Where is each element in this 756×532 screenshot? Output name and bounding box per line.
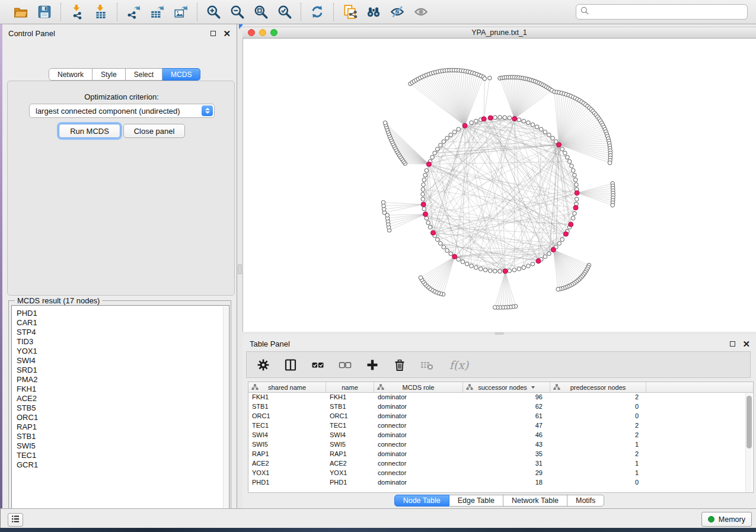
result-node-item[interactable]: SWI4	[17, 356, 229, 366]
mcds-result-list[interactable]: PHD1CAR1STP4TID3YOX1SWI4SRD1PMA2FKH1ACE2…	[11, 305, 229, 519]
table-row[interactable]: ACE2ACE2connector311	[248, 459, 753, 469]
table-row[interactable]: SWI4SWI4dominator462	[248, 431, 753, 440]
new-network-from-selection-icon[interactable]	[341, 3, 359, 21]
tab-edge-table[interactable]: Edge Table	[449, 495, 503, 507]
column-header-predecessor-nodes[interactable]: predecessor nodes	[550, 382, 646, 392]
close-panel-icon[interactable]: ✕	[223, 31, 231, 36]
select-stepper-icon	[202, 105, 213, 116]
vertical-splitter[interactable]	[237, 24, 243, 508]
result-node-item[interactable]: STB5	[17, 403, 229, 413]
cell-successors: 47	[463, 421, 550, 431]
column-selector-icon[interactable]	[283, 358, 298, 372]
sort-descending-icon	[531, 386, 535, 389]
table-row[interactable]: YOX1YOX1connector291	[248, 469, 753, 478]
zoom-fit-icon[interactable]	[252, 3, 270, 21]
cell-predecessors: 1	[550, 440, 646, 450]
result-node-item[interactable]: TEC1	[17, 451, 229, 460]
delete-table-icon[interactable]	[420, 358, 434, 372]
memory-button[interactable]: Memory	[701, 512, 752, 527]
find-icon[interactable]	[365, 3, 382, 21]
scrollbar-thumb[interactable]	[747, 396, 752, 448]
column-header-shared-name[interactable]: shared name	[248, 382, 326, 392]
tab-style[interactable]: Style	[92, 68, 126, 81]
task-history-button[interactable]	[8, 513, 23, 527]
cell-name: SWI5	[326, 440, 374, 450]
close-panel-button[interactable]: Close panel	[123, 124, 185, 138]
result-node-item[interactable]: CAR1	[17, 318, 229, 328]
hide-selected-icon[interactable]	[388, 3, 406, 21]
open-file-icon[interactable]	[12, 3, 30, 21]
table-scrollbar[interactable]	[745, 393, 752, 492]
column-header-name[interactable]: name	[326, 382, 374, 392]
shared-column-icon	[251, 384, 259, 392]
cell-successors: 31	[463, 459, 550, 469]
tab-select[interactable]: Select	[126, 68, 162, 81]
delete-row-icon[interactable]	[393, 358, 407, 372]
table-row[interactable]: PHD1PHD1dominator180	[248, 478, 753, 488]
tab-node-table[interactable]: Node Table	[394, 495, 449, 507]
run-mcds-button[interactable]: Run MCDS	[59, 124, 120, 138]
splitter-grip[interactable]	[238, 264, 242, 274]
tab-network-table[interactable]: Network Table	[503, 495, 567, 507]
import-table-icon[interactable]	[92, 3, 110, 21]
criterion-select[interactable]: largest connected component (undirected)	[29, 104, 215, 118]
result-node-item[interactable]: YOX1	[17, 347, 229, 356]
table-row[interactable]: RAP1RAP1dominator352	[248, 450, 753, 459]
float-panel-icon[interactable]	[730, 341, 735, 347]
export-table-icon[interactable]	[148, 3, 166, 21]
result-node-item[interactable]: TID3	[17, 337, 229, 347]
table-row[interactable]: SWI5SWI5connector431	[248, 440, 753, 450]
tab-motifs[interactable]: Motifs	[567, 495, 604, 507]
cell-name: FKH1	[326, 393, 374, 402]
table-row[interactable]: FKH1FKH1dominator962	[248, 393, 753, 402]
network-graph[interactable]	[243, 39, 756, 332]
function-builder-icon[interactable]: f(x)	[447, 358, 471, 372]
result-node-item[interactable]: SRD1	[17, 366, 229, 375]
result-list-scrollbar[interactable]	[223, 306, 228, 519]
result-node-item[interactable]: RAP1	[17, 422, 229, 432]
table-row[interactable]: ORC1ORC1dominator610	[248, 412, 753, 421]
cytoscape-window: Control Panel ✕ NetworkStyleSelectMCDS O…	[0, 0, 756, 532]
select-all-icon[interactable]	[311, 358, 325, 372]
tab-network[interactable]: Network	[49, 68, 92, 81]
result-node-item[interactable]: PHD1	[17, 309, 229, 318]
column-header-successor-nodes[interactable]: successor nodes	[463, 382, 550, 392]
table-row[interactable]: STB1STB1dominator620	[248, 402, 753, 412]
network-titlebar[interactable]: YPA_prune.txt_1	[243, 27, 756, 39]
network-title: YPA_prune.txt_1	[243, 28, 756, 37]
search-input[interactable]	[590, 8, 744, 16]
deselect-all-icon[interactable]	[338, 358, 352, 372]
cell-name: RAP1	[326, 450, 374, 459]
export-image-icon[interactable]	[172, 3, 190, 21]
add-row-icon[interactable]	[365, 358, 379, 372]
cell-role: dominator	[374, 478, 463, 488]
result-node-item[interactable]: ORC1	[17, 413, 229, 422]
result-node-item[interactable]: SWI5	[17, 441, 229, 451]
mcds-result-group: MCDS result (17 nodes) PHD1CAR1STP4TID3Y…	[8, 300, 231, 521]
result-node-item[interactable]: PMA2	[17, 375, 229, 384]
tab-mcds[interactable]: MCDS	[162, 68, 200, 81]
save-session-icon[interactable]	[36, 3, 53, 21]
refresh-icon[interactable]	[308, 3, 326, 21]
cell-predecessors: 1	[550, 459, 646, 469]
close-panel-icon[interactable]: ✕	[742, 341, 750, 347]
result-node-item[interactable]: STP4	[17, 328, 229, 337]
result-node-item[interactable]: GCR1	[17, 460, 229, 470]
search-box[interactable]	[576, 4, 748, 20]
zoom-selected-icon[interactable]	[276, 3, 294, 21]
table-row[interactable]: TEC1TEC1connector472	[248, 421, 753, 431]
result-node-item[interactable]: FKH1	[17, 384, 229, 394]
show-all-icon[interactable]	[412, 3, 430, 21]
cell-predecessors: 0	[550, 478, 646, 488]
result-node-item[interactable]: ACE2	[17, 394, 229, 403]
zoom-out-icon[interactable]	[228, 3, 246, 21]
settings-gear-icon[interactable]	[256, 358, 270, 372]
result-node-item[interactable]: STB1	[17, 432, 229, 441]
float-panel-icon[interactable]	[210, 31, 216, 36]
cell-successors: 43	[463, 440, 550, 450]
column-header-MCDS-role[interactable]: MCDS role	[374, 382, 463, 392]
network-canvas[interactable]	[243, 39, 756, 332]
export-network-icon[interactable]	[125, 3, 142, 21]
zoom-in-icon[interactable]	[205, 3, 222, 21]
import-network-icon[interactable]	[68, 3, 86, 21]
